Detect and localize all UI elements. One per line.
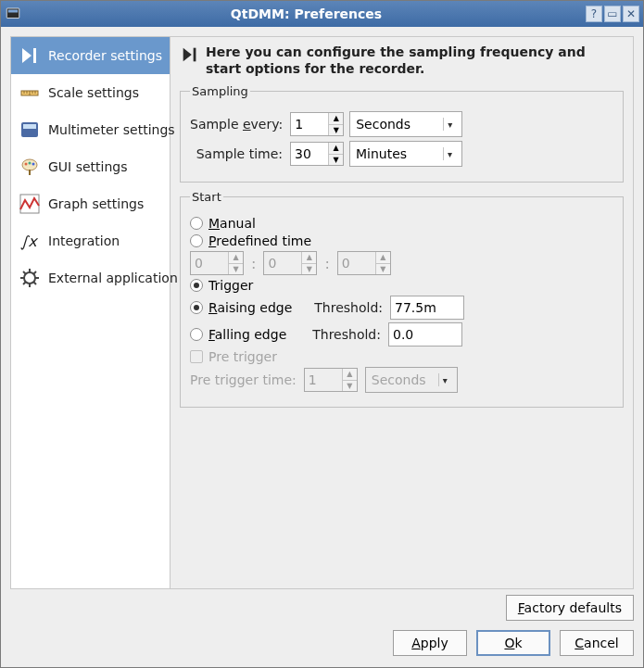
spin-up[interactable]: ▲: [329, 143, 343, 155]
svg-rect-1: [8, 10, 19, 13]
radio-label: Falling edge: [208, 327, 286, 342]
sample-time-label: Sample time:: [190, 146, 283, 161]
radio-label: Manual: [208, 216, 256, 231]
svg-marker-2: [22, 48, 32, 63]
radio-label: Raising edge: [208, 300, 292, 315]
combo-text: Seconds: [372, 372, 435, 387]
svg-line-26: [23, 282, 26, 284]
chevron-down-icon: ▾: [438, 373, 451, 386]
threshold-label: Threshold:: [312, 327, 381, 342]
start-group: Start Manual Predefined time ▲▼ : ▲▼ : ▲…: [180, 190, 624, 408]
start-manual-radio[interactable]: Manual: [190, 216, 256, 231]
integration-icon: ∫x: [19, 230, 41, 252]
cancel-button[interactable]: Cancel: [560, 630, 634, 656]
svg-line-27: [33, 271, 36, 274]
check-label: Pre trigger: [208, 349, 277, 364]
ok-button[interactable]: Ok: [476, 630, 550, 656]
spin-up[interactable]: ▲: [329, 113, 343, 125]
sample-time-input[interactable]: [291, 143, 328, 165]
svg-rect-11: [23, 124, 36, 129]
multimeter-icon: [19, 119, 41, 141]
sample-every-label: Sample every:: [190, 117, 283, 132]
gui-icon: [19, 156, 41, 178]
sidebar-item-label: External application: [48, 271, 178, 285]
falling-edge-radio[interactable]: Falling edge: [190, 327, 286, 342]
help-button[interactable]: ?: [586, 6, 602, 22]
sampling-group: Sampling Sample every: ▲▼ Seconds ▾ Samp…: [180, 84, 624, 183]
sidebar-item-label: Scale settings: [48, 85, 139, 100]
graph-icon: [19, 193, 41, 215]
svg-rect-3: [33, 48, 36, 63]
close-button[interactable]: ✕: [623, 6, 639, 22]
sidebar-item-graph[interactable]: Graph settings: [11, 185, 170, 222]
radio-label: Predefined time: [208, 233, 311, 248]
raising-threshold-input[interactable]: [390, 296, 464, 320]
sidebar: Recorder settings Scale settings Multime…: [11, 37, 170, 588]
sampling-legend: Sampling: [190, 84, 250, 98]
app-icon: [5, 6, 21, 22]
dialog-buttons: Apply Ok Cancel: [10, 630, 634, 656]
apply-button[interactable]: Apply: [393, 630, 467, 656]
sidebar-item-label: Graph settings: [48, 196, 144, 211]
sidebar-item-label: Recorder settings: [48, 48, 162, 63]
chevron-down-icon: ▾: [443, 118, 456, 131]
sidebar-item-label: Multimeter settings: [48, 122, 175, 137]
main-panel: Here you can configure the sampling freq…: [170, 37, 633, 588]
sidebar-item-label: GUI settings: [48, 159, 128, 174]
svg-point-14: [29, 162, 32, 165]
predef-sec-spin: ▲▼: [337, 251, 391, 275]
chevron-down-icon: ▾: [443, 147, 456, 160]
raising-edge-radio[interactable]: Raising edge: [190, 300, 292, 315]
pre-trigger-time-spin: ▲▼: [304, 368, 358, 392]
page-recorder-icon: [180, 44, 200, 65]
svg-point-15: [32, 163, 35, 166]
sample-time-spin[interactable]: ▲▼: [290, 142, 344, 166]
svg-rect-16: [29, 170, 31, 175]
svg-line-24: [23, 271, 26, 274]
recorder-icon: [19, 44, 41, 67]
falling-threshold-input[interactable]: [388, 322, 462, 347]
factory-defaults-button[interactable]: Factory defaults: [506, 595, 634, 621]
pre-trigger-time-unit-combo: Seconds ▾: [365, 367, 458, 393]
combo-text: Seconds: [356, 117, 439, 132]
start-predefined-radio[interactable]: Predefined time: [190, 233, 311, 248]
sidebar-item-integration[interactable]: ∫x Integration: [11, 222, 170, 259]
titlebar: QtDMM: Preferences ? ▭ ✕: [1, 1, 643, 27]
threshold-label: Threshold:: [314, 300, 383, 315]
svg-point-12: [22, 159, 37, 170]
start-trigger-radio[interactable]: Trigger: [190, 278, 253, 293]
sidebar-item-multimeter[interactable]: Multimeter settings: [11, 111, 170, 148]
spin-down[interactable]: ▼: [329, 155, 343, 166]
svg-marker-28: [183, 48, 192, 62]
sample-every-spin[interactable]: ▲▼: [290, 112, 344, 136]
sidebar-item-label: Integration: [48, 233, 120, 248]
sidebar-item-recorder[interactable]: Recorder settings: [11, 37, 170, 74]
spin-down[interactable]: ▼: [329, 125, 343, 136]
sidebar-item-external[interactable]: External application: [11, 259, 170, 296]
window-title: QtDMM: Preferences: [27, 6, 586, 21]
svg-rect-29: [194, 48, 196, 62]
svg-text:∫x: ∫x: [20, 233, 38, 250]
sidebar-item-scale[interactable]: Scale settings: [11, 74, 170, 111]
predef-hour-spin: ▲▼: [190, 251, 244, 275]
sample-time-unit-combo[interactable]: Minutes ▾: [349, 141, 462, 167]
page-description: Here you can configure the sampling freq…: [206, 44, 624, 77]
sample-every-unit-combo[interactable]: Seconds ▾: [349, 111, 462, 137]
svg-point-13: [25, 163, 28, 166]
sample-every-input[interactable]: [291, 113, 328, 135]
predef-min-spin: ▲▼: [263, 251, 317, 275]
svg-line-25: [33, 282, 36, 284]
combo-text: Minutes: [356, 146, 439, 161]
external-icon: [19, 267, 41, 289]
scale-icon: [19, 82, 41, 104]
radio-label: Trigger: [208, 278, 253, 293]
pre-trigger-time-label: Pre trigger time:: [190, 372, 297, 387]
start-legend: Start: [190, 190, 223, 204]
minimize-button[interactable]: ▭: [604, 6, 621, 22]
pre-trigger-check: Pre trigger: [190, 349, 277, 364]
sidebar-item-gui[interactable]: GUI settings: [11, 148, 170, 185]
